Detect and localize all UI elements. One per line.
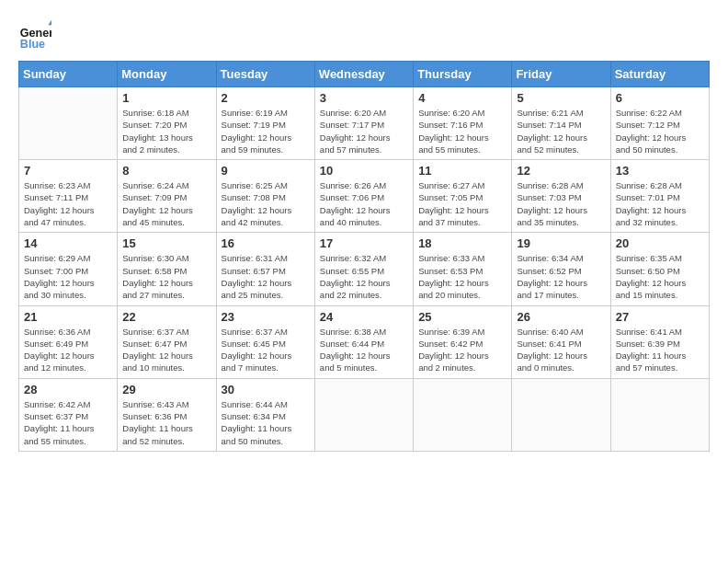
day-number: 28: [24, 383, 112, 396]
weekday-header-row: SundayMondayTuesdayWednesdayThursdayFrid…: [19, 62, 710, 87]
day-number: 20: [616, 236, 704, 250]
day-cell: 18Sunrise: 6:33 AM Sunset: 6:53 PM Dayli…: [414, 233, 512, 305]
day-cell: 4Sunrise: 6:20 AM Sunset: 7:16 PM Daylig…: [414, 87, 512, 160]
day-cell: 1Sunrise: 6:18 AM Sunset: 7:20 PM Daylig…: [118, 87, 216, 160]
day-cell: 22Sunrise: 6:37 AM Sunset: 6:47 PM Dayli…: [118, 305, 216, 378]
week-row-1: 1Sunrise: 6:18 AM Sunset: 7:20 PM Daylig…: [19, 87, 710, 160]
day-info: Sunrise: 6:43 AM Sunset: 6:36 PM Dayligh…: [122, 398, 210, 447]
day-info: Sunrise: 6:32 AM Sunset: 6:55 PM Dayligh…: [320, 252, 408, 301]
day-cell: 15Sunrise: 6:30 AM Sunset: 6:58 PM Dayli…: [118, 233, 216, 305]
day-cell: 24Sunrise: 6:38 AM Sunset: 6:44 PM Dayli…: [314, 305, 413, 378]
day-cell: 8Sunrise: 6:24 AM Sunset: 7:09 PM Daylig…: [118, 160, 216, 233]
day-cell: 29Sunrise: 6:43 AM Sunset: 6:36 PM Dayli…: [118, 378, 216, 451]
day-number: 27: [616, 310, 704, 324]
day-info: Sunrise: 6:42 AM Sunset: 6:37 PM Dayligh…: [24, 398, 112, 447]
day-info: Sunrise: 6:33 AM Sunset: 6:53 PM Dayligh…: [418, 252, 506, 301]
calendar-table: SundayMondayTuesdayWednesdayThursdayFrid…: [18, 61, 710, 452]
week-row-3: 14Sunrise: 6:29 AM Sunset: 7:00 PM Dayli…: [19, 233, 710, 305]
day-cell: 23Sunrise: 6:37 AM Sunset: 6:45 PM Dayli…: [216, 305, 314, 378]
day-info: Sunrise: 6:30 AM Sunset: 6:58 PM Dayligh…: [122, 252, 210, 301]
weekday-header-saturday: Saturday: [610, 62, 709, 87]
day-info: Sunrise: 6:23 AM Sunset: 7:11 PM Dayligh…: [24, 179, 112, 228]
day-cell: 3Sunrise: 6:20 AM Sunset: 7:17 PM Daylig…: [314, 87, 413, 160]
day-cell: [314, 378, 413, 451]
day-number: 10: [320, 164, 408, 178]
day-cell: 6Sunrise: 6:22 AM Sunset: 7:12 PM Daylig…: [610, 87, 709, 160]
svg-text:Blue: Blue: [20, 38, 45, 51]
day-number: 3: [320, 91, 408, 105]
day-info: Sunrise: 6:34 AM Sunset: 6:52 PM Dayligh…: [517, 252, 605, 301]
day-info: Sunrise: 6:25 AM Sunset: 7:08 PM Dayligh…: [222, 179, 310, 228]
day-info: Sunrise: 6:38 AM Sunset: 6:44 PM Dayligh…: [320, 326, 408, 374]
week-row-5: 28Sunrise: 6:42 AM Sunset: 6:37 PM Dayli…: [19, 378, 710, 451]
day-cell: 17Sunrise: 6:32 AM Sunset: 6:55 PM Dayli…: [314, 233, 413, 305]
day-info: Sunrise: 6:37 AM Sunset: 6:45 PM Dayligh…: [222, 326, 310, 374]
day-cell: 26Sunrise: 6:40 AM Sunset: 6:41 PM Dayli…: [512, 305, 610, 378]
weekday-header-wednesday: Wednesday: [314, 62, 413, 87]
day-info: Sunrise: 6:24 AM Sunset: 7:09 PM Dayligh…: [122, 179, 210, 228]
day-number: 14: [24, 236, 112, 250]
day-cell: 7Sunrise: 6:23 AM Sunset: 7:11 PM Daylig…: [19, 160, 118, 233]
day-cell: 12Sunrise: 6:28 AM Sunset: 7:03 PM Dayli…: [512, 160, 610, 233]
day-info: Sunrise: 6:41 AM Sunset: 6:39 PM Dayligh…: [616, 326, 704, 374]
day-info: Sunrise: 6:20 AM Sunset: 7:16 PM Dayligh…: [418, 107, 506, 155]
day-number: 18: [418, 236, 506, 250]
day-number: 9: [222, 164, 310, 178]
day-number: 30: [222, 383, 310, 396]
day-number: 25: [418, 310, 506, 324]
day-cell: 30Sunrise: 6:44 AM Sunset: 6:34 PM Dayli…: [216, 378, 314, 451]
day-number: 8: [122, 164, 210, 178]
weekday-header-tuesday: Tuesday: [216, 62, 314, 87]
day-cell: 13Sunrise: 6:28 AM Sunset: 7:01 PM Dayli…: [610, 160, 709, 233]
day-number: 2: [222, 91, 310, 105]
day-cell: 25Sunrise: 6:39 AM Sunset: 6:42 PM Dayli…: [414, 305, 512, 378]
day-cell: 14Sunrise: 6:29 AM Sunset: 7:00 PM Dayli…: [19, 233, 118, 305]
day-cell: 16Sunrise: 6:31 AM Sunset: 6:57 PM Dayli…: [216, 233, 314, 305]
day-cell: 28Sunrise: 6:42 AM Sunset: 6:37 PM Dayli…: [19, 378, 118, 451]
day-number: 4: [418, 91, 506, 105]
day-cell: [512, 378, 610, 451]
day-number: 21: [24, 310, 112, 324]
day-info: Sunrise: 6:35 AM Sunset: 6:50 PM Dayligh…: [616, 252, 704, 301]
day-number: 1: [122, 91, 210, 105]
day-number: 26: [517, 310, 605, 324]
day-info: Sunrise: 6:21 AM Sunset: 7:14 PM Dayligh…: [517, 107, 605, 155]
day-cell: 19Sunrise: 6:34 AM Sunset: 6:52 PM Dayli…: [512, 233, 610, 305]
day-cell: 21Sunrise: 6:36 AM Sunset: 6:49 PM Dayli…: [19, 305, 118, 378]
day-info: Sunrise: 6:27 AM Sunset: 7:05 PM Dayligh…: [418, 179, 506, 228]
day-info: Sunrise: 6:26 AM Sunset: 7:06 PM Dayligh…: [320, 179, 408, 228]
day-cell: 20Sunrise: 6:35 AM Sunset: 6:50 PM Dayli…: [610, 233, 709, 305]
day-number: 24: [320, 310, 408, 324]
weekday-header-thursday: Thursday: [414, 62, 512, 87]
day-info: Sunrise: 6:22 AM Sunset: 7:12 PM Dayligh…: [616, 107, 704, 155]
svg-marker-2: [48, 20, 51, 25]
day-number: 17: [320, 236, 408, 250]
day-number: 5: [517, 91, 605, 105]
day-number: 7: [24, 164, 112, 178]
day-info: Sunrise: 6:28 AM Sunset: 7:01 PM Dayligh…: [616, 179, 704, 228]
day-cell: [414, 378, 512, 451]
logo: General Blue: [18, 18, 55, 52]
day-cell: 9Sunrise: 6:25 AM Sunset: 7:08 PM Daylig…: [216, 160, 314, 233]
day-info: Sunrise: 6:37 AM Sunset: 6:47 PM Dayligh…: [122, 326, 210, 374]
day-info: Sunrise: 6:31 AM Sunset: 6:57 PM Dayligh…: [222, 252, 310, 301]
day-cell: [610, 378, 709, 451]
day-info: Sunrise: 6:28 AM Sunset: 7:03 PM Dayligh…: [517, 179, 605, 228]
day-number: 15: [122, 236, 210, 250]
day-cell: 27Sunrise: 6:41 AM Sunset: 6:39 PM Dayli…: [610, 305, 709, 378]
weekday-header-monday: Monday: [118, 62, 216, 87]
week-row-2: 7Sunrise: 6:23 AM Sunset: 7:11 PM Daylig…: [19, 160, 710, 233]
day-cell: 5Sunrise: 6:21 AM Sunset: 7:14 PM Daylig…: [512, 87, 610, 160]
day-cell: [19, 87, 118, 160]
day-number: 6: [616, 91, 704, 105]
day-number: 29: [122, 383, 210, 396]
weekday-header-sunday: Sunday: [19, 62, 118, 87]
day-info: Sunrise: 6:40 AM Sunset: 6:41 PM Dayligh…: [517, 326, 605, 374]
day-info: Sunrise: 6:44 AM Sunset: 6:34 PM Dayligh…: [222, 398, 310, 447]
week-row-4: 21Sunrise: 6:36 AM Sunset: 6:49 PM Dayli…: [19, 305, 710, 378]
day-info: Sunrise: 6:18 AM Sunset: 7:20 PM Dayligh…: [122, 107, 210, 155]
day-info: Sunrise: 6:20 AM Sunset: 7:17 PM Dayligh…: [320, 107, 408, 155]
day-number: 22: [122, 310, 210, 324]
day-number: 16: [222, 236, 310, 250]
day-info: Sunrise: 6:39 AM Sunset: 6:42 PM Dayligh…: [418, 326, 506, 374]
